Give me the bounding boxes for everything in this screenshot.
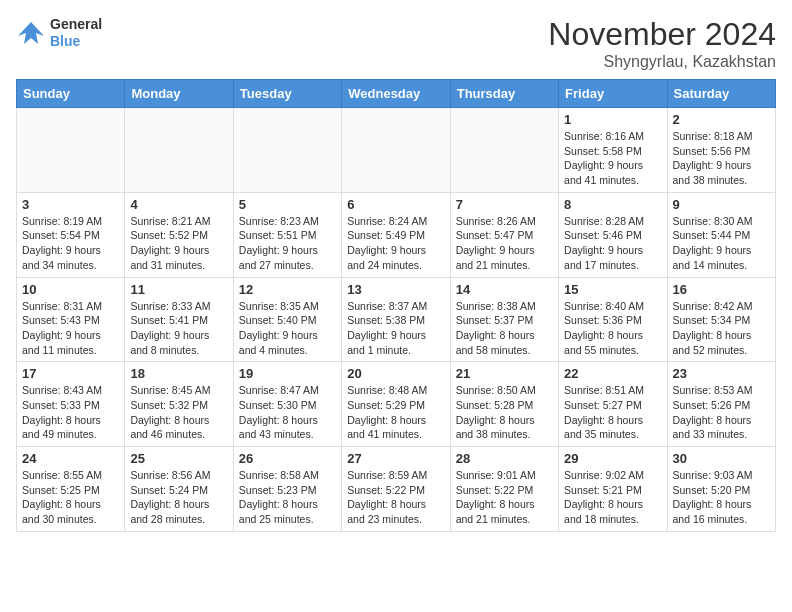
day-number: 23 (673, 366, 770, 381)
day-number: 14 (456, 282, 553, 297)
day-info: Sunrise: 9:02 AMSunset: 5:21 PMDaylight:… (564, 468, 661, 527)
calendar-cell (233, 108, 341, 193)
day-number: 20 (347, 366, 444, 381)
weekday-header-row: SundayMondayTuesdayWednesdayThursdayFrid… (17, 80, 776, 108)
day-number: 15 (564, 282, 661, 297)
day-info: Sunrise: 8:47 AMSunset: 5:30 PMDaylight:… (239, 383, 336, 442)
logo-general: General (50, 16, 102, 33)
calendar-cell: 20Sunrise: 8:48 AMSunset: 5:29 PMDayligh… (342, 362, 450, 447)
day-number: 11 (130, 282, 227, 297)
calendar-cell: 12Sunrise: 8:35 AMSunset: 5:40 PMDayligh… (233, 277, 341, 362)
day-info: Sunrise: 8:21 AMSunset: 5:52 PMDaylight:… (130, 214, 227, 273)
day-number: 12 (239, 282, 336, 297)
day-number: 16 (673, 282, 770, 297)
day-number: 8 (564, 197, 661, 212)
day-info: Sunrise: 8:19 AMSunset: 5:54 PMDaylight:… (22, 214, 119, 273)
day-number: 19 (239, 366, 336, 381)
calendar-cell: 13Sunrise: 8:37 AMSunset: 5:38 PMDayligh… (342, 277, 450, 362)
calendar-table: SundayMondayTuesdayWednesdayThursdayFrid… (16, 79, 776, 532)
day-number: 29 (564, 451, 661, 466)
day-number: 22 (564, 366, 661, 381)
page-header: General Blue November 2024 Shyngyrlau, K… (16, 16, 776, 71)
title-block: November 2024 Shyngyrlau, Kazakhstan (548, 16, 776, 71)
logo-text: General Blue (50, 16, 102, 50)
day-number: 6 (347, 197, 444, 212)
logo-icon (16, 18, 46, 48)
day-info: Sunrise: 8:24 AMSunset: 5:49 PMDaylight:… (347, 214, 444, 273)
calendar-cell (342, 108, 450, 193)
day-info: Sunrise: 8:31 AMSunset: 5:43 PMDaylight:… (22, 299, 119, 358)
day-number: 9 (673, 197, 770, 212)
calendar-cell (17, 108, 125, 193)
calendar-cell: 8Sunrise: 8:28 AMSunset: 5:46 PMDaylight… (559, 192, 667, 277)
day-info: Sunrise: 8:55 AMSunset: 5:25 PMDaylight:… (22, 468, 119, 527)
day-info: Sunrise: 8:53 AMSunset: 5:26 PMDaylight:… (673, 383, 770, 442)
day-info: Sunrise: 8:35 AMSunset: 5:40 PMDaylight:… (239, 299, 336, 358)
day-number: 5 (239, 197, 336, 212)
day-info: Sunrise: 8:28 AMSunset: 5:46 PMDaylight:… (564, 214, 661, 273)
day-info: Sunrise: 8:59 AMSunset: 5:22 PMDaylight:… (347, 468, 444, 527)
day-number: 26 (239, 451, 336, 466)
calendar-cell: 24Sunrise: 8:55 AMSunset: 5:25 PMDayligh… (17, 447, 125, 532)
location-subtitle: Shyngyrlau, Kazakhstan (548, 53, 776, 71)
weekday-header-monday: Monday (125, 80, 233, 108)
day-info: Sunrise: 8:16 AMSunset: 5:58 PMDaylight:… (564, 129, 661, 188)
calendar-cell: 30Sunrise: 9:03 AMSunset: 5:20 PMDayligh… (667, 447, 775, 532)
calendar-cell: 10Sunrise: 8:31 AMSunset: 5:43 PMDayligh… (17, 277, 125, 362)
weekday-header-sunday: Sunday (17, 80, 125, 108)
weekday-header-friday: Friday (559, 80, 667, 108)
calendar-week-2: 3Sunrise: 8:19 AMSunset: 5:54 PMDaylight… (17, 192, 776, 277)
month-title: November 2024 (548, 16, 776, 53)
calendar-cell: 6Sunrise: 8:24 AMSunset: 5:49 PMDaylight… (342, 192, 450, 277)
day-info: Sunrise: 8:45 AMSunset: 5:32 PMDaylight:… (130, 383, 227, 442)
calendar-cell: 22Sunrise: 8:51 AMSunset: 5:27 PMDayligh… (559, 362, 667, 447)
calendar-cell: 3Sunrise: 8:19 AMSunset: 5:54 PMDaylight… (17, 192, 125, 277)
calendar-cell: 23Sunrise: 8:53 AMSunset: 5:26 PMDayligh… (667, 362, 775, 447)
day-number: 13 (347, 282, 444, 297)
calendar-cell: 17Sunrise: 8:43 AMSunset: 5:33 PMDayligh… (17, 362, 125, 447)
weekday-header-thursday: Thursday (450, 80, 558, 108)
day-number: 2 (673, 112, 770, 127)
calendar-week-3: 10Sunrise: 8:31 AMSunset: 5:43 PMDayligh… (17, 277, 776, 362)
logo: General Blue (16, 16, 102, 50)
calendar-cell: 27Sunrise: 8:59 AMSunset: 5:22 PMDayligh… (342, 447, 450, 532)
day-info: Sunrise: 8:51 AMSunset: 5:27 PMDaylight:… (564, 383, 661, 442)
logo-blue: Blue (50, 33, 102, 50)
calendar-cell: 11Sunrise: 8:33 AMSunset: 5:41 PMDayligh… (125, 277, 233, 362)
day-number: 3 (22, 197, 119, 212)
calendar-cell: 19Sunrise: 8:47 AMSunset: 5:30 PMDayligh… (233, 362, 341, 447)
day-info: Sunrise: 8:38 AMSunset: 5:37 PMDaylight:… (456, 299, 553, 358)
calendar-cell: 18Sunrise: 8:45 AMSunset: 5:32 PMDayligh… (125, 362, 233, 447)
day-info: Sunrise: 9:01 AMSunset: 5:22 PMDaylight:… (456, 468, 553, 527)
day-info: Sunrise: 8:48 AMSunset: 5:29 PMDaylight:… (347, 383, 444, 442)
day-number: 10 (22, 282, 119, 297)
day-number: 27 (347, 451, 444, 466)
calendar-cell: 26Sunrise: 8:58 AMSunset: 5:23 PMDayligh… (233, 447, 341, 532)
day-number: 30 (673, 451, 770, 466)
day-info: Sunrise: 8:43 AMSunset: 5:33 PMDaylight:… (22, 383, 119, 442)
calendar-cell: 14Sunrise: 8:38 AMSunset: 5:37 PMDayligh… (450, 277, 558, 362)
day-number: 4 (130, 197, 227, 212)
calendar-cell (450, 108, 558, 193)
weekday-header-saturday: Saturday (667, 80, 775, 108)
calendar-cell: 29Sunrise: 9:02 AMSunset: 5:21 PMDayligh… (559, 447, 667, 532)
day-number: 24 (22, 451, 119, 466)
day-info: Sunrise: 8:50 AMSunset: 5:28 PMDaylight:… (456, 383, 553, 442)
day-number: 28 (456, 451, 553, 466)
day-info: Sunrise: 8:18 AMSunset: 5:56 PMDaylight:… (673, 129, 770, 188)
day-info: Sunrise: 8:23 AMSunset: 5:51 PMDaylight:… (239, 214, 336, 273)
day-info: Sunrise: 9:03 AMSunset: 5:20 PMDaylight:… (673, 468, 770, 527)
day-number: 17 (22, 366, 119, 381)
day-info: Sunrise: 8:33 AMSunset: 5:41 PMDaylight:… (130, 299, 227, 358)
calendar-cell: 15Sunrise: 8:40 AMSunset: 5:36 PMDayligh… (559, 277, 667, 362)
calendar-cell: 21Sunrise: 8:50 AMSunset: 5:28 PMDayligh… (450, 362, 558, 447)
day-info: Sunrise: 8:37 AMSunset: 5:38 PMDaylight:… (347, 299, 444, 358)
calendar-cell: 7Sunrise: 8:26 AMSunset: 5:47 PMDaylight… (450, 192, 558, 277)
day-info: Sunrise: 8:56 AMSunset: 5:24 PMDaylight:… (130, 468, 227, 527)
calendar-cell: 2Sunrise: 8:18 AMSunset: 5:56 PMDaylight… (667, 108, 775, 193)
calendar-cell: 5Sunrise: 8:23 AMSunset: 5:51 PMDaylight… (233, 192, 341, 277)
day-info: Sunrise: 8:30 AMSunset: 5:44 PMDaylight:… (673, 214, 770, 273)
calendar-cell: 9Sunrise: 8:30 AMSunset: 5:44 PMDaylight… (667, 192, 775, 277)
day-info: Sunrise: 8:40 AMSunset: 5:36 PMDaylight:… (564, 299, 661, 358)
weekday-header-wednesday: Wednesday (342, 80, 450, 108)
